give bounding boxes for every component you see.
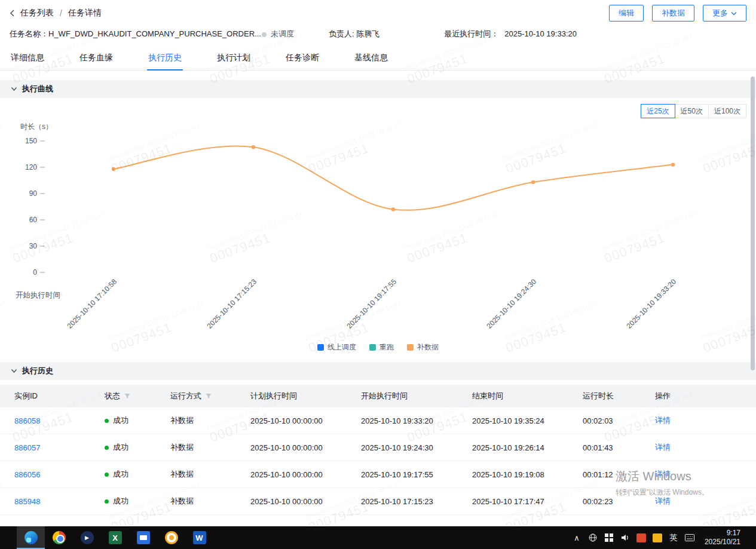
clock-time: 9:17: [705, 529, 740, 538]
yellow-tray-app-icon[interactable]: [653, 533, 662, 542]
plan-time-cell: 2025-10-10 00:00:00: [250, 470, 361, 479]
y-tick-label: 120: [25, 163, 37, 171]
red-tray-app-icon[interactable]: [636, 533, 646, 542]
task-detail-page: 任务列表 / 任务详情 编辑 补数据 更多 任务名称：H_WF_DWD_HKAU…: [0, 0, 756, 526]
word-taskbar-button[interactable]: W: [185, 526, 213, 549]
plan-time-cell: 2025-10-10 00:00:00: [250, 497, 361, 506]
vertical-scrollbar-thumb[interactable]: [751, 76, 755, 370]
range-button-last-25[interactable]: 近25次: [641, 104, 675, 118]
instance-id-link[interactable]: 885948: [14, 497, 105, 506]
duration-cell: 00:02:03: [583, 416, 655, 425]
detail-link[interactable]: 详情: [655, 496, 756, 507]
data-point[interactable]: [531, 180, 535, 184]
table-row: 885948成功补数据2025-10-10 00:00:002025-10-10…: [0, 488, 756, 515]
tab-task-lineage[interactable]: 任务血缘: [78, 47, 114, 70]
volume-icon[interactable]: [620, 533, 630, 542]
word-icon: W: [193, 531, 206, 544]
curve-section-header[interactable]: 执行曲线: [0, 80, 756, 98]
legend-label: 补数据: [417, 342, 439, 352]
more-button[interactable]: 更多: [703, 5, 746, 22]
range-button-last-100[interactable]: 近100次: [708, 104, 746, 118]
legend-item-rerun[interactable]: 重跑: [369, 342, 394, 352]
data-point[interactable]: [391, 207, 395, 211]
curve-section-title: 执行曲线: [22, 84, 53, 94]
blue-app-taskbar-button[interactable]: [129, 526, 157, 549]
breadcrumb-task-list[interactable]: 任务列表: [20, 8, 54, 19]
status-dot: [105, 446, 109, 450]
end-time-cell: 2025-10-10 19:19:08: [472, 470, 583, 479]
range-button-last-50[interactable]: 近50次: [675, 104, 709, 118]
series-line-补数据: [114, 146, 673, 210]
x-tick-label: 2025-10-10 19:17:55: [345, 277, 398, 330]
column-header-instance-id: 实例ID: [14, 391, 105, 401]
instance-id-link[interactable]: 886057: [14, 443, 105, 452]
chrome-taskbar-button[interactable]: [45, 526, 73, 549]
start-time-cell: 2025-10-10 19:24:30: [361, 443, 472, 452]
media-app-taskbar-button[interactable]: ▶: [73, 526, 101, 549]
end-time-cell: 2025-10-10 17:17:47: [472, 497, 583, 506]
column-header-action: 操作: [655, 391, 756, 401]
detail-link[interactable]: 详情: [655, 415, 756, 426]
windows-taskbar: ▶XW ∧ 英 9:17 2025/10/21: [0, 526, 756, 549]
y-tick-label: 30: [29, 242, 38, 250]
duration-cell: 00:01:12: [583, 470, 655, 479]
column-header-plan-time: 计划执行时间: [250, 391, 361, 401]
back-icon[interactable]: [10, 9, 16, 17]
breadcrumb: 任务列表 / 任务详情: [10, 8, 102, 19]
data-point[interactable]: [252, 145, 255, 149]
hidden-icons-chevron-icon[interactable]: ∧: [572, 533, 581, 542]
ime-keyboard-icon[interactable]: [685, 534, 694, 541]
history-section-title: 执行历史: [22, 366, 53, 376]
table-body: 886058成功补数据2025-10-10 00:00:002025-10-10…: [0, 407, 756, 515]
yellow-app-taskbar-button[interactable]: [157, 526, 185, 549]
system-tray: ∧ 英 9:17 2025/10/21: [572, 529, 756, 547]
last-run-value: 2025-10-10 19:33:20: [504, 29, 577, 38]
detail-link[interactable]: 详情: [655, 469, 756, 480]
edit-button[interactable]: 编辑: [609, 5, 644, 22]
legend-item-backfill[interactable]: 补数据: [407, 342, 439, 352]
taskbar-clock[interactable]: 9:17 2025/10/21: [701, 529, 744, 547]
column-label: 结束时间: [472, 391, 503, 401]
data-point[interactable]: [671, 162, 675, 166]
edge-icon: [25, 531, 38, 544]
x-tick-label: 2025-10-10 19:33:20: [625, 277, 678, 330]
table-row: 886057成功补数据2025-10-10 00:00:002025-10-10…: [0, 434, 756, 461]
excel-icon: X: [109, 531, 122, 544]
app-grid-icon[interactable]: [604, 533, 614, 542]
column-header-end-time: 结束时间: [472, 391, 583, 401]
instance-id-link[interactable]: 886056: [14, 470, 105, 479]
collapse-chevron-icon: [11, 369, 17, 373]
end-time-cell: 2025-10-10 19:26:14: [472, 443, 583, 452]
clock-date: 2025/10/21: [705, 538, 740, 547]
network-globe-icon[interactable]: [588, 533, 598, 542]
backfill-button[interactable]: 补数据: [652, 5, 694, 22]
owner-label: 负责人:: [329, 29, 354, 38]
table-header: 实例ID状态运行方式计划执行时间开始执行时间结束时间运行时长操作: [0, 385, 756, 407]
status-cell: 成功: [105, 496, 170, 507]
plan-time-cell: 2025-10-10 00:00:00: [250, 416, 361, 425]
chart-legend: 线上调度重跑补数据: [0, 342, 756, 352]
instance-id-link[interactable]: 886058: [14, 416, 105, 425]
topbar: 任务列表 / 任务详情 编辑 补数据 更多: [0, 0, 756, 24]
filter-icon[interactable]: [124, 392, 131, 400]
column-header-status: 状态: [105, 391, 170, 401]
column-label: 计划执行时间: [250, 391, 297, 401]
column-header-start-time: 开始执行时间: [361, 391, 472, 401]
column-header-duration: 运行时长: [583, 391, 655, 401]
input-language-indicator[interactable]: 英: [669, 532, 678, 543]
x-tick-label: 2025-10-10 17:15:23: [205, 277, 258, 330]
edge-taskbar-button[interactable]: [17, 526, 45, 549]
data-point[interactable]: [112, 167, 115, 171]
task-owner: 负责人: 陈腾飞: [329, 29, 379, 39]
history-section-header[interactable]: 执行历史: [0, 362, 756, 380]
breadcrumb-task-detail: 任务详情: [68, 8, 102, 19]
tab-task-diagnosis[interactable]: 任务诊断: [284, 47, 320, 70]
tab-baseline-info[interactable]: 基线信息: [353, 47, 389, 70]
tab-execution-plan[interactable]: 执行计划: [216, 47, 252, 70]
tab-execution-history[interactable]: 执行历史: [147, 47, 183, 70]
filter-icon[interactable]: [205, 392, 212, 400]
detail-link[interactable]: 详情: [655, 442, 756, 453]
legend-item-online-schedule[interactable]: 线上调度: [317, 342, 356, 352]
tab-detail-info[interactable]: 详细信息: [10, 47, 45, 70]
excel-taskbar-button[interactable]: X: [101, 526, 129, 549]
